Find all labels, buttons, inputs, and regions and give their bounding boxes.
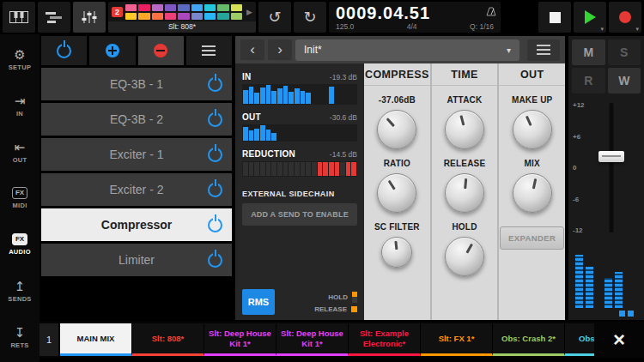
automation-write-button[interactable]: W	[608, 68, 641, 94]
close-mixer-button[interactable]: ×	[594, 322, 644, 358]
transport-sub-row: 125.0 4/4 Q: 1/16	[336, 22, 494, 31]
ratio-knob[interactable]	[377, 173, 416, 213]
fx-slot-eq3b-1[interactable]: EQ-3B - 1	[41, 68, 232, 100]
chevron-down-icon: ▾	[507, 45, 511, 55]
release-knob[interactable]	[445, 173, 484, 213]
attack-label: ATTACK	[447, 95, 483, 105]
power-icon[interactable]	[208, 218, 222, 232]
expander-button[interactable]: EXPANDER	[500, 226, 564, 250]
quantize-value[interactable]: Q: 1/16	[470, 22, 494, 31]
solo-button[interactable]: S	[608, 39, 641, 65]
stop-icon	[550, 12, 561, 23]
redo-button[interactable]: ↻	[294, 2, 326, 33]
sc-filter-knob[interactable]	[381, 237, 412, 268]
fx-slot-exciter-2[interactable]: Exciter - 2	[41, 173, 232, 206]
fx-remove-button[interactable]	[138, 36, 184, 65]
power-icon[interactable]	[208, 112, 222, 127]
sidebar-item-setup[interactable]: ⚙ SETUP	[0, 36, 39, 82]
rms-mode-button[interactable]: RMS	[242, 289, 275, 315]
track-tab-0[interactable]: MAIN MIX	[60, 323, 132, 356]
fx-slot-eq3b-2[interactable]: EQ-3B - 2	[41, 103, 232, 136]
mix-knob[interactable]	[513, 173, 552, 213]
bank-index[interactable]: 1	[39, 323, 58, 356]
metronome-icon[interactable]	[486, 4, 496, 20]
record-button[interactable]: ▾	[609, 2, 641, 33]
pattern-cell	[125, 4, 137, 11]
fx-add-button[interactable]	[89, 36, 135, 65]
record-icon	[619, 11, 631, 23]
play-button[interactable]: ▾	[574, 2, 606, 33]
gain-reduction-meter	[242, 161, 357, 177]
clip-indicators	[619, 311, 634, 317]
track-tab-4[interactable]: Slt: Example Electronic*	[349, 323, 421, 356]
compress-title: COMPRESS	[364, 69, 430, 86]
stop-button[interactable]	[538, 2, 571, 33]
sequencer-view-button[interactable]	[38, 2, 70, 33]
automation-read-button[interactable]: R	[572, 68, 605, 94]
sequencer-list-icon	[46, 11, 63, 23]
mute-button[interactable]: M	[572, 39, 605, 65]
fx-slot-limiter[interactable]: Limiter	[41, 244, 232, 276]
fader-scale: +12 +6 0 -6 -12	[573, 101, 585, 234]
pattern-cell	[138, 4, 149, 11]
preset-prev-button[interactable]: ‹	[240, 39, 264, 60]
clip-indicator	[628, 311, 634, 317]
gear-icon: ⚙	[14, 48, 25, 61]
keyboard-view-button[interactable]	[3, 2, 35, 33]
plugin-menu-button[interactable]	[527, 39, 560, 61]
out-meter-label: OUT	[242, 112, 261, 122]
add-send-button[interactable]: ADD A SEND TO ENABLE	[242, 203, 357, 226]
song-position: 0009.04.51	[336, 4, 494, 22]
pattern-cell	[152, 13, 163, 20]
preset-next-button[interactable]: ›	[268, 39, 292, 60]
sidebar-item-in[interactable]: ⇥ IN	[0, 82, 39, 129]
mixer-view-button[interactable]	[73, 2, 106, 33]
hamburger-icon	[537, 45, 550, 55]
fx-audio-icon: FX	[12, 233, 27, 245]
pattern-cell	[178, 13, 189, 20]
sidebar-item-midi[interactable]: FX MIDI	[0, 175, 39, 221]
sidebar-item-sends[interactable]: ↥ SENDS	[0, 268, 39, 314]
track-tab-2[interactable]: Slt: Deep House Kit 1*	[204, 323, 276, 356]
pattern-slot-label: Slt: 808*	[108, 21, 256, 33]
track-tab-label: Obs: Crash 2*	[501, 334, 556, 344]
track-tab-5[interactable]: Slt: FX 1*	[421, 323, 493, 356]
fader-handle[interactable]	[598, 151, 624, 162]
fx-slot-exciter-1[interactable]: Exciter - 1	[41, 138, 232, 171]
track-tab-1[interactable]: Slt: 808*	[132, 323, 204, 356]
make-up-knob[interactable]	[513, 110, 552, 149]
power-icon[interactable]	[208, 148, 222, 162]
power-icon[interactable]	[208, 183, 222, 197]
tempo-value[interactable]: 125.0	[336, 22, 354, 31]
undo-button[interactable]: ↺	[258, 2, 291, 33]
reduction-meter-value: -14.5 dB	[330, 150, 357, 159]
hold-indicator-meter	[352, 292, 357, 303]
time-column: TIME ATTACK RELEASE HOL	[430, 63, 498, 320]
pattern-cell	[204, 4, 216, 11]
hold-knob[interactable]	[445, 237, 484, 276]
fx-slot-compressor[interactable]: Compressor	[41, 208, 232, 241]
track-tab-3[interactable]: Slt: Deep House Kit 1*	[276, 323, 349, 356]
volume-fader[interactable]: +12 +6 0 -6 -12	[572, 100, 641, 236]
threshold-knob[interactable]	[377, 110, 416, 149]
sidebar-item-rets[interactable]: ↧ RETS	[0, 314, 39, 360]
track-tab-6[interactable]: Obs: Crash 2*	[493, 323, 565, 356]
attack-knob[interactable]	[445, 110, 484, 149]
fx-power-button[interactable]	[41, 36, 87, 65]
preset-dropdown[interactable]: Init* ▾	[295, 39, 519, 61]
out-meter-value: -30.6 dB	[330, 113, 357, 122]
bottom-strip	[39, 358, 644, 362]
pattern-play-icon[interactable]: ▶	[246, 8, 252, 16]
pattern-selector[interactable]: 2 ▶ Slt: 808*	[108, 2, 256, 33]
sends-icon: ↥	[15, 280, 26, 293]
pattern-row: 2 ▶	[108, 2, 256, 21]
sidebar-item-out[interactable]: ⇤ OUT	[0, 129, 39, 175]
power-icon[interactable]	[208, 253, 222, 268]
sidebar-item-audio[interactable]: FX AUDIO	[0, 221, 39, 268]
make-up-label: MAKE UP	[512, 95, 553, 105]
time-signature[interactable]: 4/4	[407, 22, 417, 31]
power-icon[interactable]	[208, 77, 222, 92]
fx-menu-button[interactable]	[186, 36, 232, 65]
transport-time-display[interactable]: 0009.04.51 125.0 4/4 Q: 1/16	[329, 2, 501, 33]
pattern-cell	[125, 13, 137, 20]
